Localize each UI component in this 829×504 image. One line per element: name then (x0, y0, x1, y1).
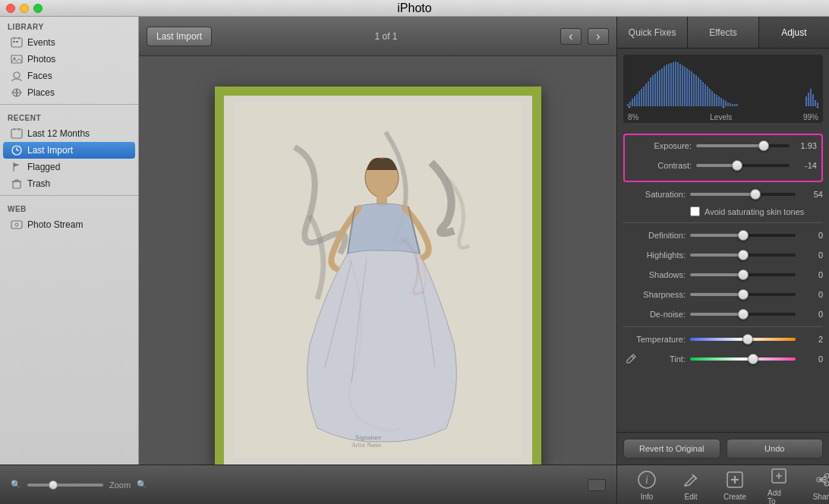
highlights-thumb[interactable] (738, 250, 749, 260)
sidebar-item-photos[interactable]: Photos (0, 51, 138, 68)
sidebar-item-photostream[interactable]: Photo Stream (0, 216, 138, 233)
svg-line-87 (632, 356, 634, 358)
sidebar-item-last-import[interactable]: Last Import (3, 142, 135, 159)
panel-buttons: Revert to Original Undo (617, 432, 829, 465)
view-toggle[interactable] (588, 479, 606, 491)
maximize-button[interactable] (33, 4, 43, 13)
places-label: Places (27, 87, 55, 98)
sharpness-slider[interactable] (690, 293, 796, 296)
exposure-row: Exposure: 1.93 (629, 138, 817, 153)
svg-rect-83 (817, 102, 818, 106)
undo-button[interactable]: Undo (727, 439, 824, 458)
exposure-fill (696, 144, 764, 147)
highlights-slider[interactable] (690, 254, 796, 257)
eyedropper-icon[interactable] (623, 354, 638, 364)
sidebar-item-places[interactable]: Places (0, 84, 138, 101)
definition-thumb[interactable] (738, 230, 749, 241)
sharpness-fill (690, 293, 743, 296)
create-button[interactable]: Create (713, 465, 757, 504)
shadows-slider[interactable] (690, 273, 796, 276)
svg-rect-73 (727, 102, 729, 106)
avoid-skin-row: Avoid saturating skin tones (690, 206, 823, 216)
tint-thumb[interactable] (748, 354, 758, 364)
highlights-value: 0 (799, 250, 823, 260)
definition-slider[interactable] (690, 234, 796, 237)
minimize-button[interactable] (20, 4, 29, 13)
exposure-thumb[interactable] (758, 140, 769, 151)
shadows-thumb[interactable] (738, 269, 749, 280)
temperature-value: 2 (799, 335, 823, 344)
definition-fill (690, 234, 743, 237)
tab-quick-fixes[interactable]: Quick Fixes (617, 17, 688, 48)
svg-rect-81 (812, 94, 814, 106)
divider-2 (623, 326, 823, 327)
saturation-slider[interactable] (690, 193, 796, 196)
add-to-icon (768, 465, 790, 487)
sidebar-item-events[interactable]: Events (0, 34, 138, 51)
sidebar-item-last12[interactable]: Last 12 Months (0, 125, 138, 142)
svg-text:i: i (645, 474, 648, 486)
shadows-label: Shadows: (623, 270, 686, 279)
avoid-skin-checkbox[interactable] (690, 206, 700, 216)
content-area: Last Import 1 of 1 ‹ › (139, 17, 616, 504)
info-label: Info (641, 493, 654, 501)
sidebar-item-faces[interactable]: Faces (0, 68, 138, 84)
svg-rect-71 (723, 99, 724, 106)
next-button[interactable]: › (588, 28, 609, 45)
events-label: Events (27, 37, 55, 48)
revert-button[interactable]: Revert to Original (623, 439, 720, 458)
svg-rect-69 (718, 96, 720, 106)
flagged-icon (11, 161, 23, 173)
close-button[interactable] (6, 4, 15, 13)
share-icon (812, 468, 829, 491)
svg-rect-58 (693, 74, 695, 106)
contrast-slider[interactable] (696, 164, 790, 167)
photos-icon (11, 53, 23, 65)
svg-rect-38 (648, 81, 649, 106)
prev-button[interactable]: ‹ (560, 28, 582, 45)
saturation-thumb[interactable] (750, 189, 761, 200)
saturation-fill (690, 193, 755, 196)
tint-slider[interactable] (690, 358, 796, 361)
sidebar-item-trash[interactable]: Trash (0, 175, 138, 192)
svg-rect-64 (707, 87, 708, 106)
zoom-slider[interactable] (27, 484, 103, 487)
add-to-button[interactable]: Add To (757, 461, 801, 505)
denoise-slider[interactable] (690, 313, 796, 316)
contrast-row: Contrast: -14 (629, 158, 817, 173)
tab-adjust[interactable]: Adjust (759, 17, 829, 48)
svg-rect-49 (673, 62, 674, 106)
hist-left: 8% (628, 113, 638, 121)
temperature-slider[interactable] (690, 338, 796, 341)
library-header: LIBRARY (0, 17, 138, 34)
highlight-box: Exposure: 1.93 Contrast: -14 (623, 134, 823, 182)
info-icon: i (635, 468, 658, 491)
info-button[interactable]: i Info (625, 465, 669, 504)
edit-button[interactable]: Edit (669, 465, 713, 504)
svg-rect-68 (716, 95, 717, 106)
svg-rect-62 (702, 82, 704, 106)
avoid-skin-label[interactable]: Avoid saturating skin tones (704, 207, 804, 216)
svg-text:Artist Name: Artist Name (351, 442, 382, 449)
exposure-value: 1.93 (793, 141, 817, 150)
svg-rect-3 (13, 41, 15, 43)
breadcrumb-button[interactable]: Last Import (147, 27, 212, 46)
temperature-thumb[interactable] (742, 334, 753, 345)
share-button[interactable]: Share (801, 465, 829, 504)
events-icon (11, 36, 23, 49)
sharpness-thumb[interactable] (738, 289, 749, 300)
zoom-slider-thumb[interactable] (49, 480, 58, 490)
sidebar-item-flagged[interactable]: Flagged (0, 159, 138, 175)
revert-label: Revert to Original (639, 444, 704, 453)
trash-icon (11, 178, 23, 190)
tint-label: Tint: (638, 354, 686, 364)
svg-rect-52 (679, 64, 681, 106)
contrast-thumb[interactable] (732, 160, 742, 171)
svg-rect-59 (695, 75, 697, 106)
exposure-slider[interactable] (696, 144, 790, 147)
contrast-value: -14 (793, 161, 817, 170)
prev-icon: ‹ (569, 30, 572, 43)
svg-rect-41 (654, 74, 656, 106)
tab-effects[interactable]: Effects (688, 17, 758, 48)
denoise-thumb[interactable] (738, 309, 749, 320)
